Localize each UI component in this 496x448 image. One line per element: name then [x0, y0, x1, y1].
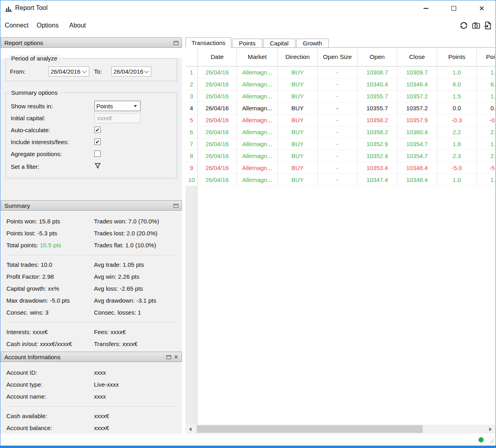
cell: - — [318, 67, 357, 78]
scrollbar-thumb[interactable] — [197, 425, 423, 433]
summary-header: Summary — [1, 200, 182, 211]
col-rownum[interactable] — [186, 48, 198, 67]
cell: 1.0 — [437, 174, 477, 186]
tab-points[interactable]: Points — [232, 39, 262, 47]
horizontal-scrollbar[interactable] — [186, 425, 495, 434]
tab-growth[interactable]: Growth — [296, 39, 329, 47]
account-info-header: Account Informations ✕ — [1, 352, 182, 362]
table-row[interactable]: 126/04/16Allemagn...BUY-10308.710309.71.… — [186, 67, 495, 78]
cell: BUY — [278, 90, 318, 102]
app-chart-icon — [5, 4, 13, 14]
cell: -5.0 — [437, 162, 477, 174]
cell: - — [318, 90, 357, 102]
cell: 9 — [186, 162, 198, 174]
chevron-down-icon — [144, 68, 148, 73]
cell: 10357.2 — [397, 90, 437, 102]
menu-connect[interactable]: Connect — [3, 21, 30, 30]
table-row[interactable]: 426/04/16Allemagn...BUY-10355.710357.20.… — [186, 102, 495, 114]
consec-wins: Consec. wins: 3 — [6, 307, 94, 319]
menu-options[interactable]: Options — [35, 21, 60, 30]
col-points-2[interactable]: Points — [477, 48, 495, 67]
tab-capital[interactable]: Capital — [263, 39, 295, 47]
table-row[interactable]: 726/04/16Allemagn...BUY-10352.910354.71.… — [186, 138, 495, 150]
avg-loss: Avg loss: -2.65 pts — [94, 283, 182, 295]
col-open[interactable]: Open — [357, 48, 397, 67]
cell: 26/04/16 — [198, 162, 237, 174]
cell: 6 — [186, 126, 198, 138]
close-icon: ✕ — [479, 4, 484, 13]
cell: Allemagn... — [237, 102, 278, 114]
agregate-positions-checkbox[interactable] — [94, 151, 101, 157]
minimize-button[interactable] — [417, 0, 435, 17]
close-panel-icon[interactable]: ✕ — [174, 354, 178, 360]
table-row[interactable]: 226/04/16Allemagn...BUY-10340.410346.46.… — [186, 78, 495, 90]
trades-flat: Trades flat: 1.0 (10.0%) — [94, 239, 182, 251]
scroll-left-button[interactable] — [186, 425, 195, 434]
col-close[interactable]: Close — [397, 48, 437, 67]
avg-win: Avg win: 2.26 pts — [94, 271, 182, 283]
col-open-size[interactable]: Open Size — [318, 48, 357, 67]
filter-funnel-icon[interactable] — [94, 162, 101, 170]
from-date-combobox[interactable]: 26/04/2016 — [49, 67, 89, 76]
cell: 6.0 — [477, 78, 495, 90]
cell: BUY — [278, 162, 318, 174]
col-direction[interactable]: Direction — [278, 48, 318, 67]
col-market[interactable]: Market — [237, 48, 278, 67]
export-report-icon[interactable] — [484, 21, 492, 31]
table-row[interactable]: 526/04/16Allemagn...BUY-10358.210357.9-0… — [186, 114, 495, 126]
col-date[interactable]: Date — [198, 48, 237, 67]
include-interests-checkbox[interactable]: ✔ — [94, 139, 101, 145]
cell: 1.0 — [477, 67, 495, 78]
auto-calculate-checkbox[interactable]: ✔ — [94, 127, 101, 133]
close-button[interactable]: ✕ — [473, 0, 491, 17]
float-panel-icon[interactable] — [174, 202, 178, 209]
show-results-label: Show results in: — [11, 103, 94, 110]
table-header-row: Date Market Direction Open Size Open Clo… — [186, 48, 495, 67]
cell: - — [318, 174, 357, 186]
cell: 10352.4 — [357, 150, 397, 162]
main-area: Transactions Points Capital Growth Date … — [184, 37, 495, 434]
cell: 1.0 — [437, 67, 477, 78]
col-points[interactable]: Points — [437, 48, 477, 67]
float-panel-icon[interactable] — [166, 354, 171, 360]
float-panel-icon[interactable] — [174, 39, 178, 46]
menu-about[interactable]: About — [68, 21, 88, 30]
cell: 26/04/16 — [198, 138, 237, 150]
cell: 1 — [186, 67, 198, 78]
maximize-button[interactable] — [445, 0, 463, 17]
period-group: Period of analyze From: 26/04/2016 To: 2… — [6, 58, 177, 81]
refresh-icon[interactable] — [459, 21, 468, 31]
screenshot-camera-icon[interactable] — [472, 21, 480, 31]
account-id-label: Account ID: — [6, 367, 94, 379]
scroll-right-button[interactable] — [486, 425, 495, 434]
table-row[interactable]: 826/04/16Allemagn...BUY-10352.410354.72.… — [186, 150, 495, 162]
report-options-body: Period of analyze From: 26/04/2016 To: 2… — [1, 58, 182, 200]
divider — [6, 322, 177, 323]
cell: 26/04/16 — [198, 114, 237, 126]
cell: 26/04/16 — [198, 102, 237, 114]
cell: Allemagn... — [237, 174, 278, 186]
to-date-combobox[interactable]: 26/04/2016 — [111, 67, 151, 76]
table-row[interactable]: 1026/04/16Allemagn...BUY-10347.410348.41… — [186, 174, 495, 186]
cell: 10357.2 — [397, 102, 437, 114]
cell: 10358.2 — [357, 126, 397, 138]
cell: 10355.7 — [357, 102, 397, 114]
table-row[interactable]: 626/04/16Allemagn...BUY-10358.210360.42.… — [186, 126, 495, 138]
divider — [6, 255, 177, 255]
cell: 10360.4 — [397, 126, 437, 138]
table-row[interactable]: 326/04/16Allemagn...BUY-10355.710357.21.… — [186, 90, 495, 102]
show-results-combobox[interactable]: Points — [94, 101, 141, 111]
table-row[interactable]: 926/04/16Allemagn...BUY-10353.410348.4-5… — [186, 162, 495, 174]
cell: 10352.9 — [357, 138, 397, 150]
maximize-icon — [451, 6, 456, 11]
resize-grip[interactable] — [490, 438, 494, 444]
cell: BUY — [278, 126, 318, 138]
cell: 10355.7 — [357, 90, 397, 102]
arrow-right-icon — [489, 427, 492, 431]
cell: 10340.4 — [357, 78, 397, 90]
from-label: From: — [10, 68, 49, 75]
cell: Allemagn... — [237, 90, 278, 102]
cell: BUY — [278, 114, 318, 126]
cell: - — [318, 78, 357, 90]
tab-transactions[interactable]: Transactions — [186, 37, 231, 48]
